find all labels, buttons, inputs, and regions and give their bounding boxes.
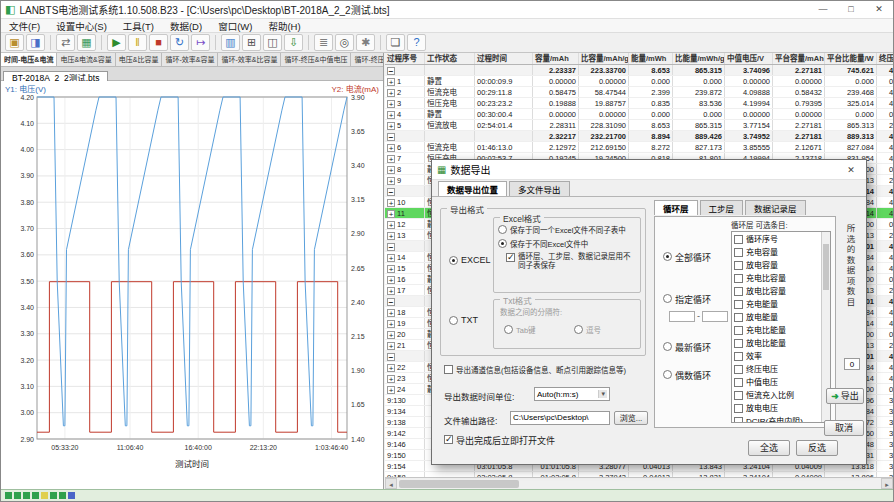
checkbox-export-channel-info[interactable]: 导出通道信息(包括设备信息、断点引用跟踪信息等) [444, 364, 626, 375]
scroll-right-arrow[interactable]: ▸ [881, 478, 893, 489]
expand-icon[interactable]: + [387, 331, 395, 339]
menu-item[interactable]: 窗口(W) [210, 19, 260, 33]
maximize-button[interactable]: □ [837, 1, 865, 18]
cycle-item-option[interactable]: 充电比容量 [732, 271, 830, 284]
table-row[interactable]: + 4静置00:30:00.40.000000.000000.0000.0000… [385, 109, 893, 120]
cycle-item-option[interactable]: 放电容量 [732, 258, 830, 271]
tab-multi-file-export[interactable]: 多文件导出 [509, 181, 570, 196]
time-unit-select[interactable]: Auto(h:m:s)▾ [534, 387, 610, 401]
stop-test-icon[interactable]: ■ [149, 34, 168, 51]
expand-icon[interactable]: + [387, 386, 395, 394]
help-icon[interactable]: ? [407, 34, 426, 51]
expand-icon[interactable]: + [387, 309, 395, 317]
expand-icon[interactable]: + [387, 89, 395, 97]
menu-item[interactable]: 数据(D) [162, 19, 210, 33]
expand-icon[interactable]: + [387, 342, 395, 350]
radio-excel-same-file[interactable]: 保存于同一个Excel文件不同子表中 [498, 224, 626, 235]
expand-icon[interactable]: + [387, 144, 395, 152]
radio-excel[interactable]: EXCEL [449, 255, 491, 265]
cycle-item-option[interactable]: DCIR(充电内阻) [732, 414, 830, 423]
expand-icon[interactable]: + [387, 111, 395, 119]
expand-icon[interactable]: + [387, 221, 395, 229]
expand-icon[interactable]: + [387, 375, 395, 383]
minimize-button[interactable]: — [809, 1, 837, 18]
resume-test-icon[interactable]: ↻ [170, 34, 189, 51]
tab-cycle-layer[interactable]: 循环层 [654, 200, 698, 215]
radio-even-cycles[interactable]: 偶数循环 [663, 369, 711, 382]
export-button[interactable]: ➜导出 [826, 388, 864, 404]
cycle-item-option[interactable]: 循环序号 [732, 232, 830, 245]
window-cascade-icon[interactable]: ❏ [386, 34, 405, 51]
expand-icon[interactable]: + [387, 364, 395, 372]
expand-icon[interactable]: + [387, 166, 395, 174]
radio-comma-separator[interactable]: 逗号 [574, 324, 601, 335]
tab-export-location[interactable]: 数据导出位置 [438, 181, 507, 196]
save-icon[interactable]: ◨ [26, 34, 45, 51]
scroll-left-arrow[interactable]: ◂ [385, 478, 397, 489]
pause-test-icon[interactable]: ‖ [128, 34, 147, 51]
expand-icon[interactable]: + [387, 232, 395, 240]
view-tab[interactable]: 电压&电流&容量 [57, 53, 115, 66]
select-all-button[interactable]: 全选 [748, 440, 790, 456]
collapse-icon[interactable]: − [387, 243, 395, 251]
start-test-icon[interactable]: ▶ [107, 34, 126, 51]
table-row[interactable]: + 6恒流充电01:46:13.02.12972212.691508.27282… [385, 142, 893, 153]
dialog-close-button[interactable]: ✕ [841, 165, 861, 175]
expand-icon[interactable]: + [387, 177, 395, 185]
column-header[interactable]: 能量/mWh [629, 53, 673, 64]
column-header[interactable]: 平台比能量/W [825, 53, 877, 64]
checkbox-layers-separate-sheets[interactable]: 循环层、工步层、数据记录层用不同子表保存 [506, 252, 636, 270]
table-row[interactable]: −2.32217232.217008.894889.4263.749522.27… [385, 131, 893, 142]
view-tab[interactable]: 循环-终压&比容量 [351, 53, 383, 66]
expand-icon[interactable]: + [387, 122, 395, 130]
view-tab[interactable]: 循环-效率&比容量 [218, 53, 281, 66]
collapse-icon[interactable]: − [387, 188, 395, 196]
invert-selection-button[interactable]: 反选 [796, 440, 838, 456]
expand-icon[interactable]: + [387, 265, 395, 273]
column-header[interactable]: 比能量/mWh/g [673, 53, 725, 64]
cycle-item-option[interactable]: 放电电压 [732, 401, 830, 414]
cycle-item-option[interactable]: 充电能量 [732, 297, 830, 310]
expand-icon[interactable]: + [387, 199, 395, 207]
expand-icon[interactable]: + [387, 78, 395, 86]
view-tab[interactable]: 循环-终压&中值电压 [281, 53, 351, 66]
table-row[interactable]: + 1静置00:00:09.90.000000.000000.0000.0000… [385, 76, 893, 87]
expand-icon[interactable]: + [387, 276, 395, 284]
settings-icon[interactable]: ✱ [356, 34, 375, 51]
menu-item[interactable]: 设置中心(S) [48, 19, 115, 33]
collapse-icon[interactable]: − [387, 133, 395, 141]
split-view-icon[interactable]: ◫ [263, 34, 282, 51]
list-scrollbar-thumb[interactable] [823, 244, 829, 290]
collapse-icon[interactable]: − [387, 67, 395, 75]
column-header[interactable]: 过程序号 [385, 53, 425, 64]
cycle-item-option[interactable]: 恒流充入比例 [732, 388, 830, 401]
menu-item[interactable]: 文件(F) [1, 19, 48, 33]
radio-tab-separator[interactable]: Tab键 [504, 324, 536, 335]
menu-item[interactable]: 帮助(H) [260, 19, 308, 33]
expand-icon[interactable]: + [387, 100, 395, 108]
checkbox-open-after-export[interactable]: 导出完成后立即打开文件 [444, 434, 555, 447]
radio-latest-cycle[interactable]: 最新循环 [663, 341, 711, 354]
scrollbar-thumb[interactable] [399, 480, 519, 488]
expand-icon[interactable]: + [387, 210, 395, 218]
radio-txt[interactable]: TXT [449, 315, 478, 325]
expand-icon[interactable]: + [387, 254, 395, 262]
open-file-icon[interactable]: ▣ [5, 34, 24, 51]
column-header[interactable]: 平台容量/mAh [773, 53, 825, 64]
view-tab[interactable]: 电压&比容量 [116, 53, 163, 66]
cycle-item-option[interactable]: 中值电压 [732, 375, 830, 388]
column-header[interactable]: 终压/V [877, 53, 893, 64]
expand-icon[interactable]: + [387, 155, 395, 163]
table-row[interactable]: −2.23337223.337008.653865.3153.740962.27… [385, 65, 893, 76]
tab-record-layer[interactable]: 数据记录层 [745, 200, 806, 215]
device-connect-icon[interactable]: ⇄ [56, 34, 75, 51]
menu-item[interactable]: 工具(T) [115, 19, 162, 33]
zoom-icon[interactable]: ◎ [335, 34, 354, 51]
collapse-icon[interactable]: − [387, 353, 395, 361]
jump-step-icon[interactable]: ↦ [191, 34, 210, 51]
collapse-icon[interactable]: − [387, 298, 395, 306]
browse-button[interactable]: 浏览... [614, 411, 648, 425]
report-icon[interactable]: ≣ [314, 34, 333, 51]
close-button[interactable]: ✕ [865, 1, 893, 18]
output-path-input[interactable]: C:\Users\pc\Desktop\ [510, 411, 610, 425]
